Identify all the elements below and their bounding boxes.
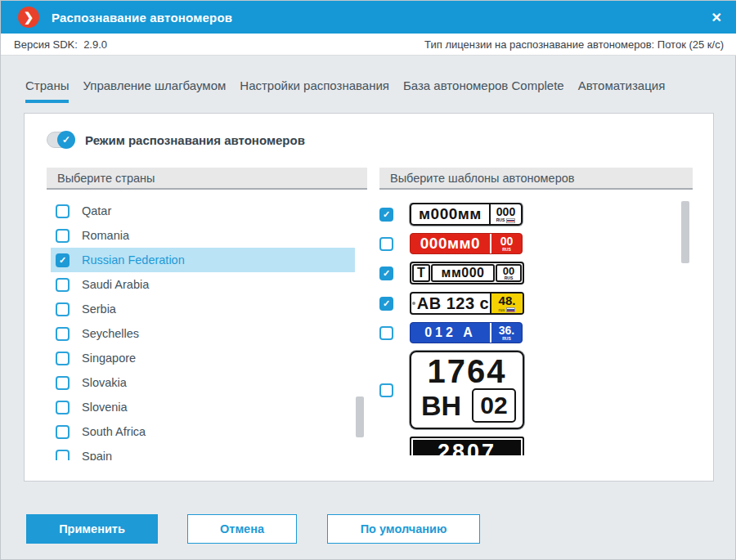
countries-list: ✓Qatar ✓Romania ✓Russian Federation ✓Sau… bbox=[51, 199, 355, 460]
country-row[interactable]: ✓South Africa bbox=[51, 419, 355, 444]
sdk-version: Версия SDK: 2.9.0 bbox=[14, 38, 107, 51]
recognition-mode-row: ✓ Режим распознавания автономеров bbox=[47, 132, 305, 148]
country-label: Serbia bbox=[82, 302, 116, 316]
plate-template-row[interactable]: ✓ Т мм000 00RUS bbox=[379, 262, 681, 284]
country-label: Slovenia bbox=[82, 401, 128, 414]
plate-checkbox[interactable]: ✓ bbox=[379, 208, 393, 222]
plate-template-row[interactable]: ✓ м000мм 000 RUS bbox=[379, 203, 681, 226]
tab-recognition-settings[interactable]: Настройки распознавания bbox=[240, 78, 389, 103]
plate-image-ru-blue: 012 А 36. RUS bbox=[410, 322, 523, 343]
sdk-version-label: Версия SDK: bbox=[14, 38, 78, 51]
plates-scrollbar-thumb[interactable] bbox=[681, 201, 689, 263]
country-row[interactable]: ✓Russian Federation bbox=[51, 248, 355, 272]
plate-checkbox[interactable]: ✓ bbox=[379, 326, 393, 340]
country-row[interactable]: ✓Romania bbox=[51, 223, 355, 248]
tab-bar: Страны Управление шлагбаумом Настройки р… bbox=[25, 78, 665, 103]
plate-image-ru-red: 000мм0 00 RUS bbox=[410, 233, 523, 254]
window-title: Распознавание автономеров bbox=[52, 11, 232, 25]
plate-checkbox[interactable]: ✓ bbox=[379, 267, 393, 280]
plate-checkbox[interactable]: ✓ bbox=[379, 237, 393, 251]
recognition-mode-toggle[interactable]: ✓ bbox=[47, 132, 74, 148]
country-label: Spain bbox=[82, 450, 112, 460]
country-row[interactable]: ✓Saudi Arabia bbox=[51, 272, 355, 297]
plate-template-row[interactable]: ✓ 1764 ВН02 bbox=[379, 351, 681, 429]
cancel-button[interactable]: Отмена bbox=[187, 514, 297, 544]
country-row[interactable]: ✓Slovenia bbox=[51, 395, 355, 419]
plate-templates-list: ✓ м000мм 000 RUS ✓ 000мм0 00 bbox=[379, 203, 681, 460]
countries-scrollbar-thumb[interactable] bbox=[356, 396, 364, 437]
country-row[interactable]: ✓Slovakia bbox=[51, 370, 355, 395]
country-checkbox[interactable]: ✓ bbox=[56, 450, 70, 461]
tab-barrier-control[interactable]: Управление шлагбаумом bbox=[83, 78, 226, 103]
tab-automation[interactable]: Автоматизация bbox=[578, 78, 666, 103]
apply-button[interactable]: Применить bbox=[26, 514, 158, 544]
country-label: Saudi Arabia bbox=[82, 278, 149, 291]
sdk-version-value: 2.9.0 bbox=[83, 38, 107, 51]
country-label: Slovakia bbox=[82, 376, 127, 389]
country-checkbox[interactable]: ✓ bbox=[56, 253, 70, 267]
tab-plate-database-complete[interactable]: База автономеров Complete bbox=[403, 78, 564, 103]
plate-checkbox[interactable]: ✓ bbox=[379, 297, 393, 311]
country-label: Russian Federation bbox=[82, 253, 185, 267]
russia-flag-icon bbox=[506, 307, 515, 312]
country-label: South Africa bbox=[82, 425, 146, 438]
country-checkbox[interactable]: ✓ bbox=[56, 229, 70, 243]
plate-template-row[interactable]: ✓ АВ 123 с 48. rus bbox=[379, 292, 681, 315]
country-row[interactable]: ✓Qatar bbox=[51, 199, 355, 223]
country-checkbox[interactable]: ✓ bbox=[56, 278, 70, 292]
close-icon[interactable]: ✕ bbox=[711, 1, 722, 34]
country-checkbox[interactable]: ✓ bbox=[56, 376, 70, 390]
info-bar: Версия SDK: 2.9.0 Тип лицензии на распоз… bbox=[1, 34, 736, 56]
plate-image-ru-black: 2807 bbox=[410, 437, 524, 455]
country-row[interactable]: ✓Serbia bbox=[51, 297, 355, 321]
country-row[interactable]: ✓Singapore bbox=[51, 346, 355, 370]
license-type-label: Тип лицензии на распознавание автономеро… bbox=[424, 38, 724, 51]
settings-card: ✓ Режим распознавания автономеров Выбери… bbox=[24, 113, 714, 482]
anpr-settings-window: ❯ Распознавание автономеров ✕ Версия SDK… bbox=[0, 0, 736, 560]
plate-template-row[interactable]: ✓ 000мм0 00 RUS bbox=[379, 233, 681, 254]
countries-panel-header: Выберите страны bbox=[47, 168, 367, 190]
plate-image-ru-standard: м000мм 000 RUS bbox=[410, 203, 523, 226]
country-row[interactable]: ✓Spain bbox=[51, 444, 355, 460]
plate-template-row[interactable]: ✓ 012 А 36. RUS bbox=[379, 322, 681, 343]
country-checkbox[interactable]: ✓ bbox=[56, 204, 70, 218]
app-logo-icon: ❯ bbox=[18, 7, 39, 28]
plates-panel-header: Выберите шаблоны автономеров bbox=[379, 168, 693, 190]
tab-countries[interactable]: Страны bbox=[25, 78, 69, 103]
country-label: Qatar bbox=[82, 204, 111, 217]
recognition-mode-label: Режим распознавания автономеров bbox=[85, 133, 305, 147]
chevron-right-icon: ❯ bbox=[24, 10, 34, 25]
country-label: Romania bbox=[82, 229, 129, 242]
russia-flag-icon bbox=[506, 218, 515, 223]
plate-template-row[interactable]: 2807 bbox=[379, 437, 681, 455]
plate-image-ru-transit: Т мм000 00RUS bbox=[410, 262, 524, 284]
defaults-button[interactable]: По умолчанию bbox=[327, 514, 480, 544]
country-label: Singapore bbox=[82, 352, 136, 365]
country-checkbox[interactable]: ✓ bbox=[56, 401, 70, 414]
country-checkbox[interactable]: ✓ bbox=[56, 302, 70, 316]
plate-image-ru-two-line: 1764 ВН02 bbox=[410, 351, 524, 429]
country-checkbox[interactable]: ✓ bbox=[56, 327, 70, 341]
country-checkbox[interactable]: ✓ bbox=[56, 352, 70, 365]
plate-image-ru-yellow-region: АВ 123 с 48. rus bbox=[410, 292, 524, 315]
country-label: Seychelles bbox=[82, 327, 139, 340]
toggle-knob-check-icon: ✓ bbox=[57, 131, 75, 149]
plate-checkbox[interactable]: ✓ bbox=[379, 383, 393, 397]
country-row[interactable]: ✓Seychelles bbox=[51, 321, 355, 346]
country-checkbox[interactable]: ✓ bbox=[56, 425, 70, 439]
titlebar: ❯ Распознавание автономеров ✕ bbox=[1, 1, 736, 34]
